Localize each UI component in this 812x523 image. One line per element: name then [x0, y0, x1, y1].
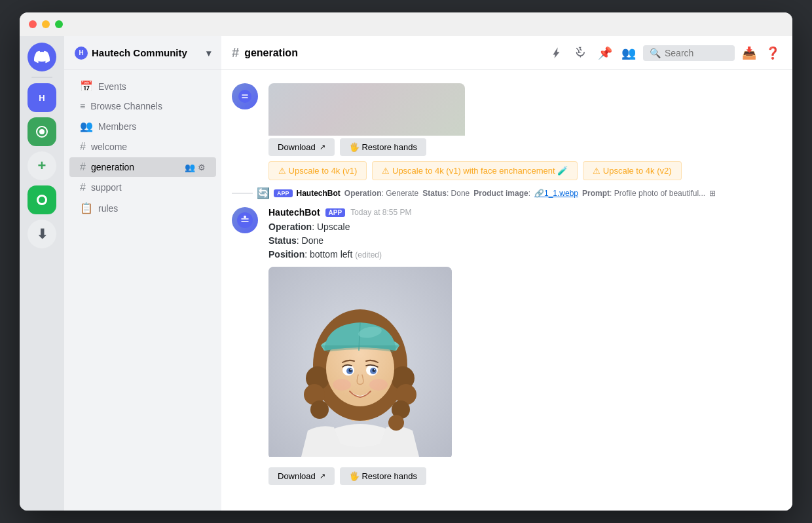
- download-label-top: Download: [278, 142, 316, 152]
- avatar-wrap-bot: [232, 207, 258, 485]
- minimize-button[interactable]: [42, 20, 50, 28]
- restore-hands-label-bottom: 🖐 Restore hands: [349, 471, 417, 481]
- rules-icon: 📋: [80, 202, 93, 214]
- chat-area: Download ↗ 🖐 Restore hands ⚠ Ups: [221, 70, 792, 511]
- svg-point-1: [39, 129, 45, 134]
- channel-list: 📅 Events ≡ Browse Channels 👥 Members # w…: [64, 70, 221, 511]
- svg-point-25: [350, 369, 352, 370]
- channel-item-browse[interactable]: ≡ Browse Channels: [69, 97, 216, 115]
- channel-name-members: Members: [98, 121, 136, 132]
- svg-point-13: [388, 415, 404, 431]
- channel-header: # generation 📌 👥 🔍 📥: [221, 36, 792, 70]
- server-icon-hautech[interactable]: H: [28, 83, 56, 112]
- channel-item-rules[interactable]: 📋 rules: [69, 198, 216, 218]
- hash-icon-support: #: [80, 182, 86, 193]
- svg-point-28: [369, 379, 388, 391]
- channel-item-members[interactable]: 👥 Members: [69, 116, 216, 136]
- server-header-icon: H: [75, 47, 88, 60]
- server-icon-add[interactable]: +: [28, 151, 56, 180]
- mute-icon[interactable]: [572, 44, 591, 62]
- download-button-top[interactable]: Download ↗: [268, 138, 335, 156]
- channel-hash-icon: #: [232, 45, 239, 60]
- channel-title: generation: [244, 47, 298, 59]
- partial-message-content: Download ↗ 🖐 Restore hands ⚠ Ups: [268, 83, 782, 180]
- channel-settings-icon[interactable]: 👥: [185, 163, 195, 172]
- expand-icon[interactable]: ⊞: [709, 189, 716, 198]
- members-icon: 👥: [80, 120, 93, 132]
- bot-ref-row: 🔄 APP HautechBot Operation: Generate Sta…: [221, 180, 792, 202]
- members-list-icon[interactable]: 👥: [619, 44, 638, 62]
- operation-label: Operation: [268, 222, 312, 232]
- position-label: Position: [268, 249, 304, 260]
- maximize-button[interactable]: [55, 20, 63, 28]
- svg-point-16: [310, 400, 329, 419]
- inbox-icon[interactable]: 📥: [740, 44, 758, 62]
- svg-point-3: [237, 212, 253, 228]
- avatar-wrap-partial: [232, 83, 258, 180]
- restore-hands-button-top[interactable]: 🖐 Restore hands: [340, 138, 426, 156]
- bot-name-ref: HautechBot: [297, 189, 341, 198]
- download-external-icon-bottom: ↗: [320, 472, 325, 480]
- message-header-bot: HautechBot APP Today at 8:55 PM: [268, 207, 782, 218]
- channel-name-welcome: welcome: [91, 142, 127, 152]
- help-icon[interactable]: ❓: [764, 44, 782, 62]
- bot-ref-operation: Operation: Generate: [344, 189, 418, 198]
- action-buttons-bottom: Download ↗ 🖐 Restore hands: [268, 467, 782, 485]
- channel-sidebar: H Hautech Community ▾ 📅 Events ≡ Browse …: [64, 36, 221, 511]
- operation-value: Upscale: [317, 222, 350, 232]
- download-button-bottom[interactable]: Download ↗: [268, 467, 335, 485]
- server-icon-teal[interactable]: [28, 185, 56, 214]
- server-icon-download[interactable]: ⬇: [28, 220, 56, 248]
- channel-name-browse: Browse Channels: [90, 101, 162, 111]
- status-value: Done: [302, 235, 323, 246]
- app-badge-main: APP: [325, 208, 346, 217]
- server-header[interactable]: H Hautech Community ▾: [64, 36, 221, 70]
- channel-item-events[interactable]: 📅 Events: [69, 76, 216, 96]
- product-image-link[interactable]: 🔗1_1.webp: [534, 189, 578, 198]
- channel-item-welcome[interactable]: # welcome: [69, 137, 216, 157]
- upscale-v1-button[interactable]: ⚠ Upscale to 4k (v1): [268, 161, 367, 180]
- upscale-v2-label: ⚠ Upscale to 4k (v2): [593, 166, 671, 176]
- bot-ref-status: Status: Done: [422, 189, 470, 198]
- avatar-hautech-partial: [232, 83, 258, 109]
- girl-illustration-svg: [268, 267, 452, 457]
- status-label: Status: [268, 235, 297, 246]
- search-bar[interactable]: 🔍: [643, 45, 735, 61]
- channel-item-support[interactable]: # support: [69, 178, 216, 197]
- upscale-buttons-top: ⚠ Upscale to 4k (v1) ⚠ Upscale to 4k (v1…: [268, 161, 782, 180]
- restore-hands-button-bottom[interactable]: 🖐 Restore hands: [340, 467, 426, 485]
- partial-image-top: [268, 83, 465, 136]
- upscale-v1-face-button[interactable]: ⚠ Upscale to 4k (v1) with face enchancem…: [372, 161, 578, 180]
- hash-icon-welcome: #: [80, 141, 86, 153]
- svg-point-26: [374, 369, 375, 370]
- channel-item-generation[interactable]: # generation 👥 ⚙: [69, 157, 216, 177]
- search-input[interactable]: [665, 48, 728, 58]
- svg-point-24: [373, 369, 376, 372]
- server-name: Hautech Community: [92, 47, 187, 58]
- channel-gear-icon[interactable]: ⚙: [198, 163, 206, 172]
- server-icon-green[interactable]: [28, 117, 56, 146]
- pin-icon[interactable]: 📌: [596, 44, 614, 62]
- edited-label: (edited): [355, 250, 382, 260]
- channel-name-generation: generation: [91, 162, 134, 172]
- bot-ref-content: 🔄 APP HautechBot Operation: Generate Sta…: [232, 187, 782, 199]
- upscale-v2-button[interactable]: ⚠ Upscale to 4k (v2): [583, 161, 681, 180]
- channel-name-rules: rules: [98, 203, 118, 214]
- download-external-icon: ↗: [320, 143, 325, 151]
- app-window: H + ⬇ H Hautech Community ▾: [20, 12, 792, 511]
- app-badge-ref: APP: [274, 189, 293, 197]
- server-icon-discord[interactable]: [28, 43, 56, 71]
- bot-ref-prompt: Prompt: Profile photo of beautiful...: [582, 189, 705, 198]
- search-icon: 🔍: [650, 48, 661, 58]
- channel-header-name: # generation: [232, 45, 298, 60]
- image-preview-main: [268, 267, 452, 459]
- message-timestamp-bot: Today at 8:55 PM: [350, 208, 411, 217]
- threads-icon[interactable]: [549, 44, 567, 62]
- refresh-icon: 🔄: [257, 187, 270, 199]
- browse-icon: ≡: [80, 101, 85, 111]
- close-button[interactable]: [29, 20, 37, 28]
- svg-point-2: [238, 90, 251, 103]
- message-author-bot: HautechBot: [268, 207, 320, 218]
- restore-hands-label-top: 🖐 Restore hands: [349, 142, 417, 152]
- header-actions: 📌 👥 🔍 📥 ❓: [549, 44, 782, 62]
